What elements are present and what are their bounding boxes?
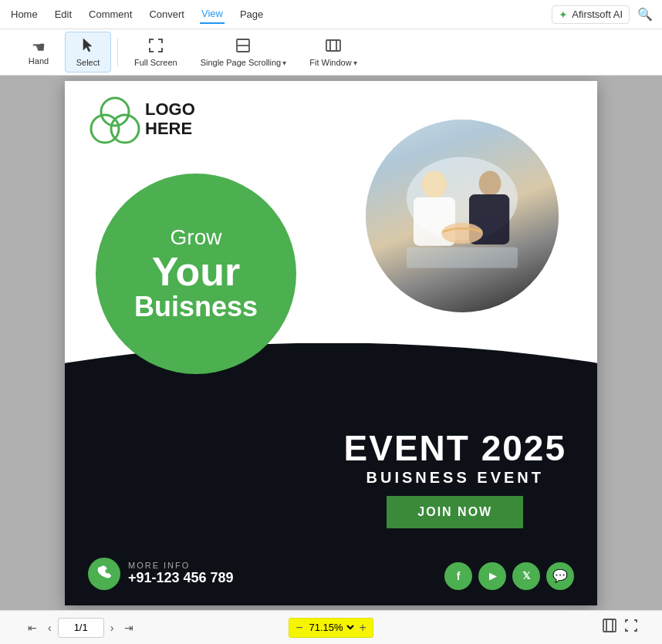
logo-text: LOGO HERE [145, 100, 195, 137]
menu-convert[interactable]: Convert [147, 5, 186, 23]
main-content-area: LOGO HERE Grow Your Buisness [0, 76, 662, 610]
fitwindow-icon [325, 37, 342, 56]
buisness-text: Buisness [134, 292, 258, 322]
next-page-button[interactable]: › [106, 619, 119, 637]
svg-rect-15 [407, 247, 518, 268]
svg-point-7 [111, 115, 139, 143]
ai-star-icon: ✦ [559, 8, 568, 21]
scrolling-button[interactable]: Single Page Scrolling ▾ [191, 32, 297, 72]
twitter-icon[interactable]: 𝕏 [512, 562, 540, 590]
zoom-out-button[interactable]: − [296, 621, 302, 635]
hand-tool-button[interactable]: ☚ Hand [15, 34, 62, 71]
zoom-select[interactable]: 50% 71.15% 75% 100% 125% 150% 200% [306, 621, 356, 634]
page-content: LOGO HERE Grow Your Buisness [65, 81, 597, 605]
social-icons: f ▶ 𝕏 💬 [444, 562, 574, 590]
bottom-bar: ⇤ ‹ › ⇥ − 50% 71.15% 75% 100% 125% 150% … [0, 610, 662, 644]
menu-right-area: ✦ Afirstsoft AI 🔍 [552, 5, 653, 24]
ai-button-label: Afirstsoft AI [572, 8, 623, 20]
youtube-icon[interactable]: ▶ [478, 562, 506, 590]
scrolling-icon [235, 37, 252, 56]
green-circle: Grow Your Buisness [96, 174, 296, 374]
business-photo [366, 120, 559, 312]
menu-home[interactable]: Home [9, 5, 39, 23]
logo-area: LOGO HERE [88, 95, 195, 144]
zoom-in-button[interactable]: + [360, 621, 366, 635]
search-icon[interactable]: 🔍 [637, 7, 653, 22]
select-tool-button[interactable]: Select [65, 32, 111, 72]
zoom-control: − 50% 71.15% 75% 100% 125% 150% 200% + [289, 618, 373, 638]
last-page-button[interactable]: ⇥ [120, 619, 138, 637]
zoom-value-wrapper: 50% 71.15% 75% 100% 125% 150% 200% [306, 621, 356, 634]
ai-button[interactable]: ✦ Afirstsoft AI [552, 5, 630, 24]
menu-items: Home Edit Comment Convert View Page [9, 5, 265, 24]
menu-bar: Home Edit Comment Convert View Page ✦ Af… [0, 0, 662, 29]
phone-icon [88, 558, 120, 590]
fit-buttons [602, 618, 639, 637]
fullscreen-label: Full Screen [134, 58, 177, 67]
hand-icon: ☚ [32, 39, 46, 55]
hand-tool-label: Hand [29, 56, 49, 66]
scrolling-label-row: Single Page Scrolling ▾ [201, 58, 287, 67]
more-info-label: MORE INFO [128, 561, 234, 570]
page-number-input[interactable] [58, 618, 104, 638]
event-subtitle: BUISNESS EVENT [344, 469, 566, 487]
svg-point-5 [101, 98, 129, 126]
svg-rect-2 [326, 40, 340, 51]
scrolling-arrow-icon: ▾ [282, 59, 286, 67]
fitwindow-button[interactable]: Fit Window ▾ [299, 32, 366, 72]
menu-page[interactable]: Page [238, 5, 265, 23]
menu-view[interactable]: View [200, 5, 225, 24]
grow-text: Grow [171, 225, 222, 250]
toolbar-separator-1 [117, 39, 118, 66]
photo-placeholder [366, 120, 559, 312]
event-title: EVENT 2025 [344, 427, 566, 469]
contact-section: MORE INFO +91-123 456 789 [88, 558, 234, 590]
prev-page-button[interactable]: ‹ [43, 619, 56, 637]
event-section: EVENT 2025 BUISNESS EVENT JOIN NOW [344, 427, 566, 528]
fullscreen-icon [147, 37, 164, 56]
menu-comment[interactable]: Comment [87, 5, 133, 23]
first-page-button[interactable]: ⇤ [23, 619, 42, 637]
svg-point-14 [441, 223, 483, 244]
fullscreen-button[interactable]: Full Screen [124, 32, 187, 72]
phone-number: +91-123 456 789 [128, 570, 234, 586]
your-text: Your [152, 251, 241, 292]
toolbar: ☚ Hand Select Full Screen [0, 29, 662, 76]
fitwindow-arrow-icon: ▾ [353, 59, 357, 67]
fitwindow-label-row: Fit Window ▾ [309, 58, 356, 67]
fit-width-button[interactable] [623, 618, 639, 637]
scrolling-label: Single Page Scrolling [201, 58, 282, 67]
select-cursor-icon [79, 37, 96, 56]
svg-point-10 [422, 170, 447, 198]
join-now-button[interactable]: JOIN NOW [387, 496, 523, 528]
svg-rect-16 [603, 619, 616, 632]
logo-icon [88, 95, 137, 144]
contact-info: MORE INFO +91-123 456 789 [128, 561, 234, 586]
menu-edit[interactable]: Edit [53, 5, 73, 23]
select-tool-label: Select [76, 58, 100, 67]
whatsapp-icon[interactable]: 💬 [546, 562, 574, 590]
fit-page-button[interactable] [602, 618, 617, 637]
fitwindow-label: Fit Window [309, 58, 351, 67]
page-navigation: ⇤ ‹ › ⇥ [23, 618, 138, 638]
svg-point-12 [479, 170, 502, 195]
facebook-icon[interactable]: f [444, 562, 472, 590]
pdf-page: LOGO HERE Grow Your Buisness [65, 81, 597, 605]
